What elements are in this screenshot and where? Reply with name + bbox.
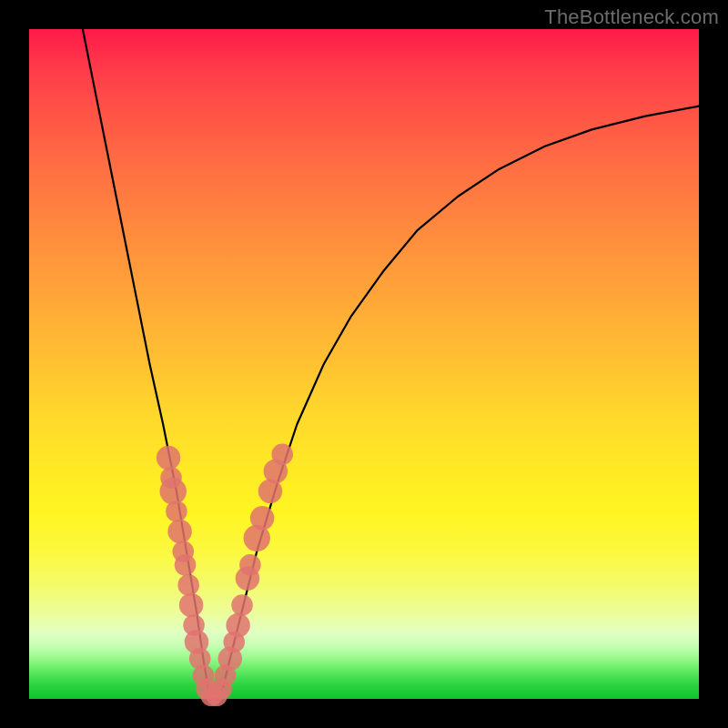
curve-marker (239, 554, 261, 576)
curve-marker (226, 613, 250, 638)
bottleneck-curve (83, 29, 699, 699)
curve-marker (177, 574, 199, 596)
curve-marker (166, 500, 187, 522)
curve-marker (179, 593, 204, 618)
curve-marker (167, 520, 192, 544)
chart-svg (29, 29, 699, 699)
curve-marker (160, 478, 187, 504)
watermark-text: TheBottleneck.com (544, 5, 719, 29)
outer-frame: TheBottleneck.com (0, 0, 728, 728)
curve-markers (157, 444, 293, 707)
curve-marker (175, 554, 197, 576)
plot-area (29, 29, 699, 699)
curve-marker (231, 594, 253, 616)
curve-marker (157, 446, 181, 470)
curve-marker (250, 506, 275, 531)
curve-marker (271, 444, 293, 466)
